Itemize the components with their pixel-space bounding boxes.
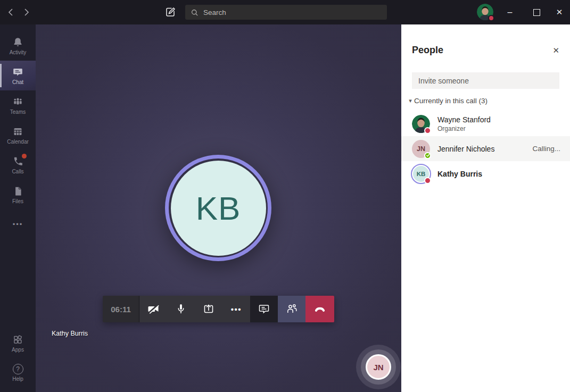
currently-in-call-section-header[interactable]: ▾ Currently in this call (3) bbox=[407, 97, 488, 105]
show-conversation-button[interactable] bbox=[250, 296, 278, 322]
camera-off-icon bbox=[147, 303, 160, 315]
sidebar-item-activity[interactable]: Activity bbox=[0, 31, 36, 61]
call-controls-toolbar: 06:11 bbox=[103, 296, 334, 322]
search-bar[interactable] bbox=[185, 5, 387, 20]
sidebar-item-calls[interactable]: Calls bbox=[0, 150, 36, 180]
participants-icon bbox=[285, 303, 298, 315]
self-avatar: JN bbox=[366, 354, 391, 380]
chat-bubble-icon bbox=[258, 303, 270, 315]
app-sidebar: Activity Chat Teams Calendar bbox=[0, 24, 36, 392]
forward-arrow-icon[interactable] bbox=[20, 6, 32, 18]
sidebar-item-label: Activity bbox=[10, 49, 27, 55]
sidebar-item-label: Calls bbox=[12, 169, 23, 174]
search-icon bbox=[191, 9, 199, 16]
self-initials: JN bbox=[373, 363, 383, 372]
file-icon bbox=[12, 186, 23, 197]
sidebar-item-label: Help bbox=[12, 376, 23, 382]
new-chat-icon[interactable] bbox=[164, 6, 177, 19]
calendar-icon bbox=[12, 126, 23, 137]
maximize-button[interactable] bbox=[526, 0, 547, 24]
sidebar-item-chat[interactable]: Chat bbox=[0, 61, 36, 90]
sidebar-item-calendar[interactable]: Calendar bbox=[0, 120, 36, 150]
chat-bubble-icon bbox=[12, 66, 23, 78]
sidebar-item-teams[interactable]: Teams bbox=[0, 90, 36, 120]
participant-row-kathy[interactable]: KB Kathy Burris bbox=[401, 161, 570, 186]
maximize-icon bbox=[533, 9, 540, 16]
sidebar-more-apps-button[interactable]: ••• bbox=[0, 215, 36, 233]
sidebar-item-label: Teams bbox=[10, 109, 26, 115]
sidebar-item-label: Calendar bbox=[7, 139, 29, 145]
participant-name: Wayne Stanford bbox=[437, 115, 491, 124]
people-panel-title: People bbox=[412, 45, 443, 56]
bell-icon bbox=[12, 37, 23, 48]
busy-status-icon bbox=[424, 127, 431, 134]
back-arrow-icon[interactable] bbox=[5, 6, 17, 18]
close-panel-icon[interactable]: ✕ bbox=[552, 46, 559, 54]
sidebar-item-apps[interactable]: Apps bbox=[0, 328, 36, 358]
chevron-down-icon: ▾ bbox=[407, 97, 414, 104]
hang-up-icon bbox=[313, 303, 326, 315]
participant-name: Jennifer Nicholes bbox=[437, 145, 494, 153]
participant-initials: KB bbox=[417, 171, 426, 177]
participant-row-wayne[interactable]: Wayne Stanford Organizer bbox=[401, 111, 570, 136]
remote-participant-avatar: KB bbox=[165, 155, 271, 261]
call-timer: 06:11 bbox=[103, 296, 139, 322]
microphone-icon bbox=[175, 303, 187, 315]
search-input[interactable] bbox=[203, 9, 382, 16]
remote-participant-initials: KB bbox=[196, 189, 241, 227]
call-stage: KB Kathy Burris 06:11 bbox=[36, 24, 401, 392]
more-options-button[interactable]: ••• bbox=[222, 296, 250, 322]
sidebar-item-label: Files bbox=[12, 198, 23, 204]
participant-row-jennifer[interactable]: JN Jennifer Nicholes Calling... bbox=[401, 136, 570, 161]
minimize-button[interactable]: – bbox=[499, 0, 521, 24]
calls-notification-badge bbox=[22, 154, 27, 159]
sidebar-item-help[interactable]: ? Help bbox=[0, 358, 36, 388]
busy-status-icon bbox=[424, 177, 431, 184]
help-icon: ? bbox=[13, 364, 23, 374]
sidebar-item-files[interactable]: Files bbox=[0, 180, 36, 210]
participant-initials: JN bbox=[417, 145, 425, 153]
share-screen-button[interactable] bbox=[195, 296, 222, 322]
camera-off-button[interactable] bbox=[139, 296, 167, 322]
calling-status-text: Calling... bbox=[532, 145, 560, 153]
hang-up-button[interactable] bbox=[305, 296, 334, 322]
participant-role: Organizer bbox=[437, 125, 491, 132]
apps-grid-icon bbox=[12, 334, 23, 345]
titlebar: – ✕ bbox=[0, 0, 570, 24]
invite-someone-input[interactable] bbox=[412, 72, 559, 89]
close-window-button[interactable]: ✕ bbox=[549, 0, 570, 24]
share-screen-icon bbox=[202, 303, 215, 315]
sidebar-item-label: Chat bbox=[12, 79, 23, 85]
user-avatar[interactable] bbox=[477, 4, 493, 20]
section-label: Currently in this call (3) bbox=[414, 97, 488, 105]
show-participants-button[interactable] bbox=[278, 296, 305, 322]
available-status-icon bbox=[424, 152, 431, 159]
microphone-button[interactable] bbox=[167, 296, 195, 322]
sidebar-item-label: Apps bbox=[12, 347, 24, 353]
participants-list: Wayne Stanford Organizer JN Jennifer Nic… bbox=[401, 111, 570, 186]
self-view-pip[interactable]: JN bbox=[356, 345, 401, 389]
busy-status-icon bbox=[488, 15, 494, 21]
participant-name: Kathy Burris bbox=[437, 170, 482, 178]
people-panel: People ✕ ▾ Currently in this call (3) bbox=[401, 24, 570, 392]
remote-participant-name-label: Kathy Burris bbox=[52, 330, 88, 337]
teams-people-icon bbox=[12, 96, 23, 107]
